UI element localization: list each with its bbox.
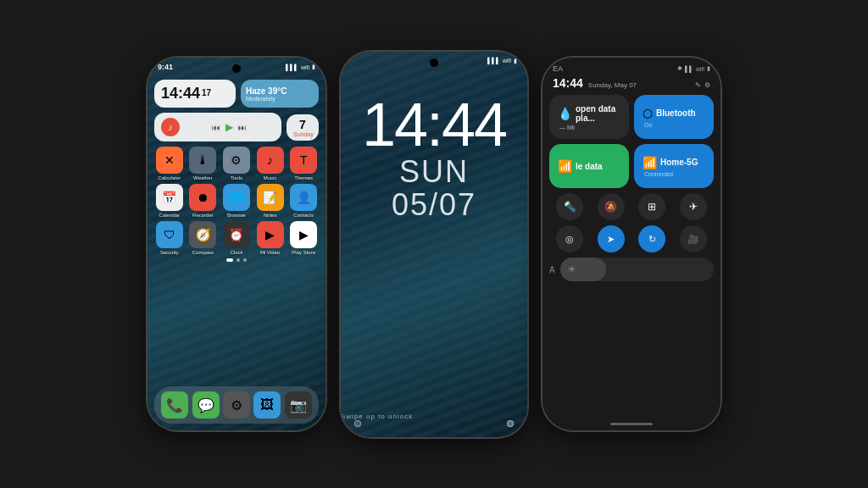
- weather-desc: Moderately: [246, 96, 314, 102]
- cc-settings-icon[interactable]: ⚙: [704, 81, 710, 89]
- phone-lock: ▌▌▌ wifi ▮ 14:44 SUN 05/07 Swipe up to u…: [341, 52, 527, 437]
- lock-date-full: 05/07: [392, 188, 476, 222]
- app-notes[interactable]: 📝 Notes: [255, 184, 286, 218]
- widget-time-sec: 17: [202, 88, 211, 97]
- dock-messages[interactable]: 💬: [192, 391, 220, 419]
- app-playstore[interactable]: ▶ Play Store: [288, 221, 319, 255]
- data-saver-icon: 💧: [558, 107, 572, 120]
- toggle-flashlight[interactable]: 🔦: [556, 193, 583, 220]
- cc-time-display: 14:44: [553, 76, 583, 90]
- signal-icon-lock: ▌▌▌: [487, 58, 500, 64]
- lock-date-day: SUN: [399, 155, 469, 189]
- battery-icon-lock: ▮: [514, 58, 517, 64]
- weather-widget[interactable]: Haze 39°C Moderately: [241, 80, 319, 108]
- cc-edit-icon[interactable]: ✎: [695, 81, 701, 89]
- date-widget[interactable]: 7 Sunday: [287, 114, 319, 141]
- tile-data-saver-sub: — Mil: [558, 125, 620, 130]
- tile-data-saver[interactable]: 💧 open data pla... — Mil: [549, 95, 629, 139]
- app-icon-mivideo: ▶: [257, 221, 284, 248]
- lock-content: 14:44 SUN 05/07: [341, 52, 527, 437]
- mobile-data-icon: 📶: [558, 159, 572, 173]
- app-browser[interactable]: 🌐 Browser: [221, 184, 252, 218]
- wifi-tile-icon: 📶: [643, 156, 657, 169]
- time-widget[interactable]: 14:44 17: [154, 80, 236, 108]
- home-content: 14:44 17 Haze 39°C Moderately ♪ ⏮ ▶ ⏭: [147, 58, 326, 430]
- status-icons-lock: ▌▌▌ wifi ▮: [487, 58, 517, 64]
- app-compass[interactable]: 🧭 Compass: [188, 221, 219, 255]
- tile-bluetooth[interactable]: ⬡ Bluetooth On: [634, 95, 714, 139]
- app-tools[interactable]: ⚙ Tools: [221, 147, 252, 180]
- brightness-sun-icon: ☀: [567, 263, 576, 275]
- app-icon-calculator: ✕: [156, 147, 183, 174]
- app-icon-calendar: 📅: [156, 184, 183, 211]
- cc-status-bar: EA ✱ ▌▌ wifi ▮: [549, 64, 714, 73]
- tile-mobile-data-header: 📶 le data: [558, 159, 620, 173]
- toggle-location[interactable]: ➤: [598, 225, 625, 252]
- brightness-slider[interactable]: ☀: [560, 258, 714, 281]
- toggle-sync[interactable]: ↻: [638, 225, 665, 252]
- dot-2: [236, 258, 240, 262]
- app-icon-browser: 🌐: [223, 184, 250, 211]
- toggle-dnd[interactable]: 🔕: [598, 193, 625, 220]
- app-label-contacts: Contacts: [293, 213, 314, 218]
- app-icon-weather: 🌡: [189, 147, 216, 174]
- camera-hole-lock: [430, 58, 438, 67]
- cc-action-icons: ✎ ⚙: [695, 81, 710, 89]
- app-icon-security: 🛡: [156, 221, 183, 248]
- bluetooth-icon: ⬡: [643, 107, 653, 120]
- dock-camera[interactable]: 📷: [285, 391, 312, 419]
- dot-1: [226, 258, 233, 262]
- app-recorder[interactable]: ⏺ Recorder: [188, 184, 219, 218]
- music-widget[interactable]: ♪ ⏮ ▶ ⏭: [154, 113, 281, 141]
- tile-data-saver-header: 💧 open data pla...: [558, 104, 620, 123]
- app-icon-clock: ⏰: [223, 221, 250, 248]
- toggle-brightness-auto[interactable]: ◎: [556, 225, 583, 252]
- app-grid-row2: 📅 Calendar ⏺ Recorder 🌐 Browser 📝 Notes …: [154, 184, 319, 218]
- tile-data-saver-title: open data pla...: [576, 104, 620, 123]
- cc-battery-icon: ▮: [707, 65, 710, 72]
- app-label-browser: Browser: [227, 213, 246, 218]
- app-calculator[interactable]: ✕ Calculator: [154, 147, 185, 180]
- app-mivideo[interactable]: ▶ Mi Video: [255, 221, 286, 255]
- tile-wifi[interactable]: 📶 Home-5G Connected: [634, 144, 714, 188]
- app-themes[interactable]: T Themes: [288, 147, 319, 180]
- app-calendar[interactable]: 📅 Calendar: [154, 184, 185, 218]
- app-label-tools: Tools: [231, 175, 242, 180]
- quick-tiles-grid: 💧 open data pla... — Mil ⬡ Bluetooth On: [549, 95, 714, 188]
- app-icon-music: ♪: [257, 147, 284, 174]
- app-label-clock: Clock: [230, 250, 242, 255]
- dock-gallery[interactable]: 🖼: [253, 391, 281, 419]
- camera-hole: [232, 64, 241, 73]
- signal-icon: ▌▌▌: [286, 64, 298, 70]
- app-contacts[interactable]: 👤 Contacts: [288, 184, 319, 218]
- app-security[interactable]: 🛡 Security: [154, 221, 185, 255]
- toggle-cast[interactable]: ⊞: [638, 193, 665, 220]
- app-label-music: Music: [264, 175, 277, 180]
- app-grid-row1: ✕ Calculator 🌡 Weather ⚙ Tools ♪ Music T: [154, 147, 319, 180]
- weather-temp: Haze 39°C: [246, 86, 314, 96]
- status-time: 9:41: [158, 63, 173, 71]
- app-music[interactable]: ♪ Music: [255, 147, 286, 180]
- dock-phone[interactable]: 📞: [161, 391, 188, 419]
- widget-row: 14:44 17 Haze 39°C Moderately: [154, 80, 319, 108]
- tile-bluetooth-title: Bluetooth: [656, 108, 696, 118]
- dock-settings[interactable]: ⚙: [223, 391, 250, 419]
- app-label-security: Security: [160, 250, 179, 255]
- app-clock[interactable]: ⏰ Clock: [221, 221, 252, 255]
- cc-time-row: 14:44 Sunday, May 07 ✎ ⚙: [549, 76, 714, 90]
- status-icons: ▌▌▌ wifi ▮: [286, 64, 315, 70]
- next-button[interactable]: ⏭: [238, 123, 247, 132]
- play-button[interactable]: ▶: [225, 121, 233, 133]
- app-icon-compass: 🧭: [189, 221, 216, 248]
- app-icon-contacts: 👤: [290, 184, 317, 211]
- control-content: EA ✱ ▌▌ wifi ▮ 14:44 Sunday, May 07 ✎ ⚙: [542, 58, 721, 430]
- brightness-auto-label: A: [549, 265, 555, 274]
- tile-mobile-data[interactable]: 📶 le data: [549, 144, 629, 188]
- tile-bluetooth-sub: On: [643, 122, 705, 128]
- toggle-video[interactable]: 🎥: [680, 225, 707, 252]
- prev-button[interactable]: ⏮: [212, 123, 220, 132]
- toggle-airplane[interactable]: ✈: [680, 193, 707, 220]
- app-weather[interactable]: 🌡 Weather: [188, 147, 219, 180]
- app-label-calculator: Calculator: [158, 175, 181, 180]
- app-label-recorder: Recorder: [192, 213, 214, 218]
